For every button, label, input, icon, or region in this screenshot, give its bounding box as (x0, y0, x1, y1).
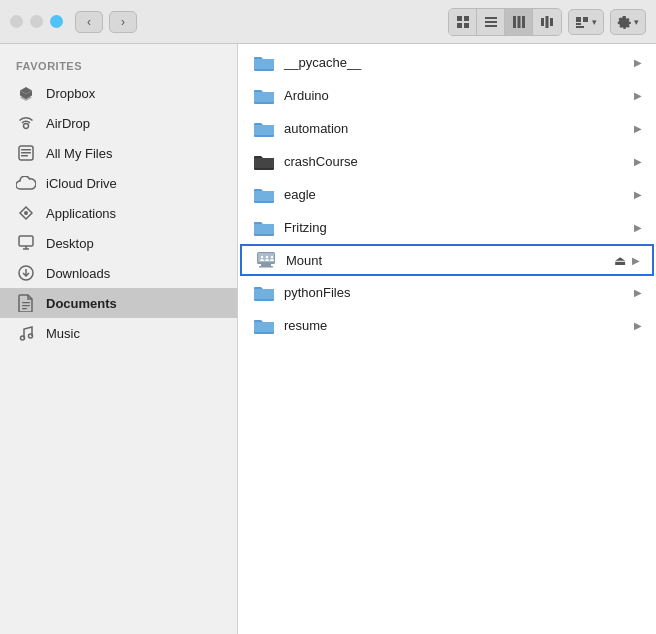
svg-point-43 (271, 256, 273, 258)
expand-arrow-mount: ▶ (632, 255, 640, 266)
sidebar: Favorites Dropbox Ai (0, 44, 238, 634)
file-name-eagle: eagle (284, 187, 634, 202)
svg-rect-24 (21, 152, 31, 154)
svg-rect-12 (550, 18, 553, 26)
documents-label: Documents (46, 296, 117, 311)
back-button[interactable]: ‹ (75, 11, 103, 33)
folder-icon-arduino (252, 85, 276, 105)
desktop-icon (16, 233, 36, 253)
file-item-resume[interactable]: resume ▶ (238, 309, 656, 342)
expand-arrow-pycache: ▶ (634, 57, 642, 68)
svg-rect-2 (457, 23, 462, 28)
sidebar-item-downloads[interactable]: Downloads (0, 258, 237, 288)
svg-point-36 (29, 334, 33, 338)
sidebar-item-all-my-files[interactable]: All My Files (0, 138, 237, 168)
arrange-dropdown[interactable]: ▾ (568, 9, 604, 35)
main-area: Favorites Dropbox Ai (0, 44, 656, 634)
svg-rect-15 (576, 23, 581, 25)
applications-label: Applications (46, 206, 116, 221)
maximize-button[interactable] (50, 15, 63, 28)
svg-rect-39 (261, 264, 271, 266)
file-item-pycache[interactable]: __pycache__ ▶ (238, 46, 656, 79)
airdrop-label: AirDrop (46, 116, 90, 131)
expand-arrow-crashcourse: ▶ (634, 156, 642, 167)
title-bar: ‹ › ▾ ▾ (0, 0, 656, 44)
downloads-label: Downloads (46, 266, 110, 281)
sidebar-item-icloud-drive[interactable]: iCloud Drive (0, 168, 237, 198)
file-item-mount[interactable]: Mount ⏏ ▶ (240, 244, 654, 276)
file-name-pythonfiles: pythonFiles (284, 285, 634, 300)
airdrop-icon (16, 113, 36, 133)
svg-point-42 (266, 256, 268, 258)
expand-arrow-arduino: ▶ (634, 90, 642, 101)
sidebar-item-music[interactable]: Music (0, 318, 237, 348)
dropbox-icon (16, 83, 36, 103)
svg-point-35 (21, 336, 25, 340)
svg-rect-8 (517, 16, 520, 28)
dropbox-label: Dropbox (46, 86, 95, 101)
svg-rect-3 (464, 23, 469, 28)
sidebar-section-title: Favorites (0, 56, 237, 78)
column-view-button[interactable] (505, 9, 533, 35)
file-name-mount: Mount (286, 253, 614, 268)
svg-rect-16 (576, 26, 584, 28)
sidebar-item-desktop[interactable]: Desktop (0, 228, 237, 258)
svg-rect-32 (22, 302, 30, 303)
svg-rect-13 (576, 17, 581, 22)
music-label: Music (46, 326, 80, 341)
action-menu-button[interactable]: ▾ (610, 9, 646, 35)
file-name-resume: resume (284, 318, 634, 333)
documents-icon (16, 293, 36, 313)
file-item-fritzing[interactable]: Fritzing ▶ (238, 211, 656, 244)
expand-arrow-eagle: ▶ (634, 189, 642, 200)
file-item-eagle[interactable]: eagle ▶ (238, 178, 656, 211)
eject-icon-mount[interactable]: ⏏ (614, 253, 626, 268)
svg-rect-5 (485, 21, 497, 23)
svg-rect-7 (513, 16, 516, 28)
file-item-arduino[interactable]: Arduino ▶ (238, 79, 656, 112)
svg-rect-6 (485, 25, 497, 27)
file-name-crashcourse: crashCourse (284, 154, 634, 169)
applications-icon (16, 203, 36, 223)
folder-icon-automation (252, 118, 276, 138)
file-item-automation[interactable]: automation ▶ (238, 112, 656, 145)
downloads-icon (16, 263, 36, 283)
music-icon (16, 323, 36, 343)
desktop-label: Desktop (46, 236, 94, 251)
list-view-button[interactable] (477, 9, 505, 35)
svg-rect-11 (546, 16, 549, 28)
forward-button[interactable]: › (109, 11, 137, 33)
all-my-files-icon (16, 143, 36, 163)
folder-icon-resume (252, 315, 276, 335)
file-item-pythonfiles[interactable]: pythonFiles ▶ (238, 276, 656, 309)
sidebar-item-airdrop[interactable]: AirDrop (0, 108, 237, 138)
folder-icon-pycache (252, 52, 276, 72)
minimize-button[interactable] (30, 15, 43, 28)
svg-rect-40 (259, 266, 273, 268)
icloud-drive-label: iCloud Drive (46, 176, 117, 191)
file-name-fritzing: Fritzing (284, 220, 634, 235)
file-item-crashcourse[interactable]: crashCourse ▶ (238, 145, 656, 178)
file-name-automation: automation (284, 121, 634, 136)
network-drive-icon-mount (254, 250, 278, 270)
svg-rect-34 (22, 308, 27, 309)
icon-view-button[interactable] (449, 9, 477, 35)
navigation-buttons: ‹ › (75, 11, 137, 33)
view-group (448, 8, 562, 36)
close-button[interactable] (10, 15, 23, 28)
toolbar-right: ▾ ▾ (448, 8, 646, 36)
svg-rect-10 (541, 18, 544, 26)
expand-arrow-fritzing: ▶ (634, 222, 642, 233)
svg-rect-9 (522, 16, 525, 28)
all-my-files-label: All My Files (46, 146, 112, 161)
svg-rect-14 (583, 17, 588, 22)
svg-point-41 (261, 256, 263, 258)
sidebar-item-documents[interactable]: Documents (0, 288, 237, 318)
coverflow-view-button[interactable] (533, 9, 561, 35)
sidebar-item-dropbox[interactable]: Dropbox (0, 78, 237, 108)
folder-icon-eagle (252, 184, 276, 204)
file-name-arduino: Arduino (284, 88, 634, 103)
sidebar-item-applications[interactable]: Applications (0, 198, 237, 228)
expand-arrow-automation: ▶ (634, 123, 642, 134)
icloud-drive-icon (16, 173, 36, 193)
